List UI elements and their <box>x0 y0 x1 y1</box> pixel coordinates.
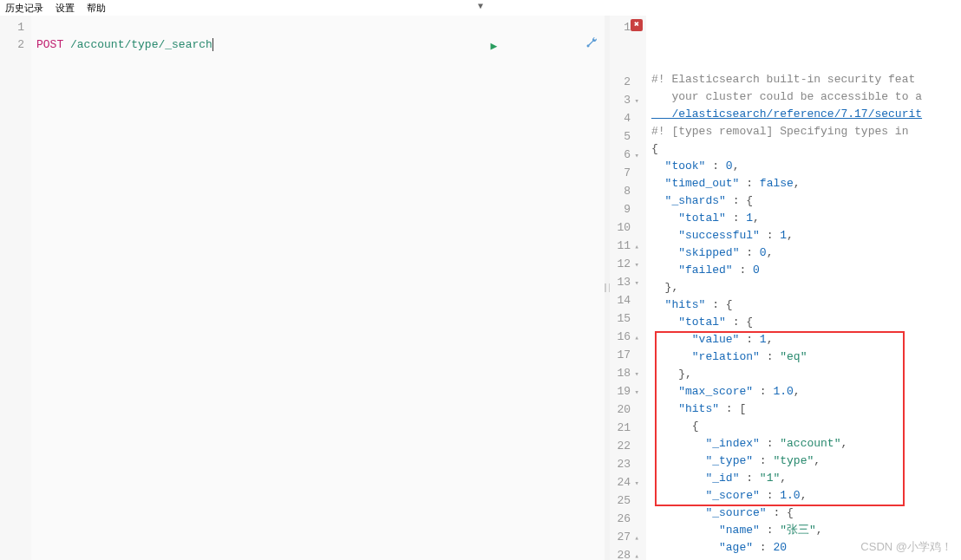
play-icon[interactable]: ▶ <box>491 38 498 55</box>
wrench-icon[interactable] <box>504 19 599 74</box>
line-gutter: 1 2 3▾4 5 6▾7 8 9 10 11▴12▾13▾14 15 16▴1… <box>610 16 646 560</box>
line-gutter: 12 <box>0 16 31 560</box>
error-icon[interactable]: ✖ <box>631 19 643 31</box>
menu-history[interactable]: 历史记录 <box>5 2 43 15</box>
response-code[interactable]: ✖ #! Elasticsearch built-in security fea… <box>646 16 961 560</box>
request-code[interactable]: POST /account/type/_search ▶ <box>31 16 605 560</box>
request-path: /account/type/_search <box>63 38 212 51</box>
watermark: CSDN @小学鸡！ <box>860 539 952 555</box>
http-method: POST <box>36 38 63 51</box>
split-view: 12 POST /account/type/_search ▶ || 1 2 3… <box>0 16 961 560</box>
chevron-down-icon[interactable]: ▼ <box>478 2 483 11</box>
menu-help[interactable]: 帮助 <box>87 2 106 15</box>
response-viewer: 1 2 3▾4 5 6▾7 8 9 10 11▴12▾13▾14 15 16▴1… <box>610 16 961 560</box>
request-editor: 12 POST /account/type/_search ▶ <box>0 16 605 560</box>
menu-settings[interactable]: 设置 <box>56 2 75 15</box>
